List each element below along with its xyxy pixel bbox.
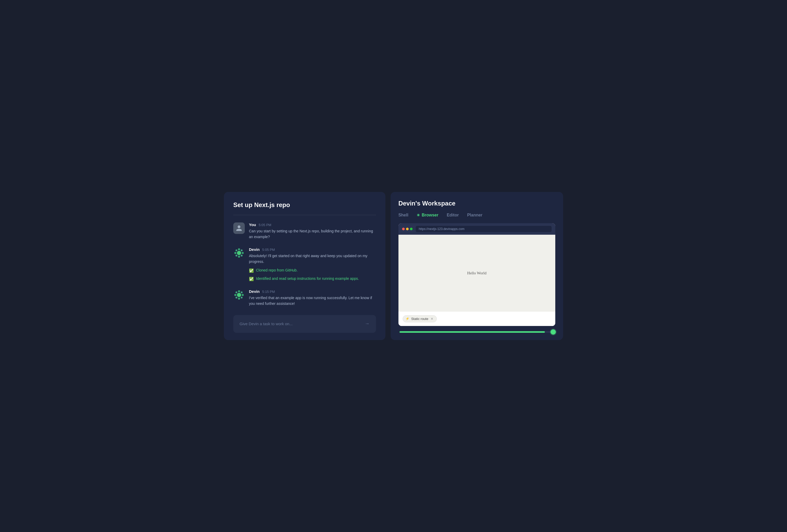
text-devin-2: I've verified that an example app is now…	[249, 295, 376, 306]
app-container: Set up Next.js repo You 5:05 PM Can you …	[224, 192, 563, 340]
right-panel: Devin's Workspace Shell ✳ Browser Editor…	[391, 192, 563, 340]
task-item-1: ✅ Cloned repo from GitHub.	[249, 268, 376, 274]
svg-point-4	[242, 252, 244, 254]
panel-title: Set up Next.js repo	[233, 201, 376, 208]
message-content-devin-2: Devin 5:15 PM I've verified that an exam…	[249, 289, 376, 306]
tab-editor-label: Editor	[447, 213, 459, 218]
browser-dots	[402, 228, 412, 230]
check-icon-1: ✅	[249, 268, 254, 274]
dot-green	[410, 228, 412, 230]
svg-point-12	[234, 294, 236, 296]
task-item-2: ✅ Identified and read setup instructions…	[249, 276, 376, 282]
svg-point-9	[237, 293, 241, 297]
time-devin-2: 5:15 PM	[262, 290, 275, 294]
hello-world-text: Hello World	[467, 271, 486, 275]
text-user: Can you start by setting up the Next.js …	[249, 228, 376, 240]
text-devin-1: Absolutely! I'll get started on that rig…	[249, 253, 376, 264]
message-content-user: You 5:05 PM Can you start by setting up …	[249, 222, 376, 240]
time-user: 5:05 PM	[259, 223, 271, 227]
author-devin-2: Devin	[249, 289, 260, 294]
svg-point-8	[241, 254, 243, 256]
svg-point-14	[236, 292, 237, 293]
svg-point-17	[241, 297, 243, 298]
workspace-title: Devin's Workspace	[399, 200, 555, 207]
static-route-label: Static route	[411, 317, 428, 321]
svg-point-1	[238, 248, 240, 250]
slider-thumb[interactable]	[551, 329, 556, 335]
timeline-slider[interactable]	[399, 331, 555, 333]
tab-shell[interactable]: Shell	[399, 213, 408, 218]
author-devin-1: Devin	[249, 247, 260, 252]
browser-tab-icon: ✳	[417, 213, 420, 217]
workspace-tabs: Shell ✳ Browser Editor Planner	[399, 213, 555, 218]
tab-planner-label: Planner	[467, 213, 483, 218]
browser-window: https://nextjs-123.devinapps.com Hello W…	[399, 223, 555, 326]
messages-list: You 5:05 PM Can you start by setting up …	[233, 222, 376, 306]
browser-footer: ⚡ Static route ✕	[399, 312, 555, 326]
message-header-devin-2: Devin 5:15 PM	[249, 289, 376, 294]
message-content-devin-1: Devin 5:05 PM Absolutely! I'll get start…	[249, 247, 376, 282]
message-devin-1: Devin 5:05 PM Absolutely! I'll get start…	[233, 247, 376, 282]
user-icon	[236, 225, 242, 231]
svg-point-11	[238, 297, 240, 300]
slider-track	[400, 331, 554, 333]
tab-browser-label: Browser	[422, 213, 439, 218]
browser-url-bar[interactable]: https://nextjs-123.devinapps.com	[416, 226, 552, 232]
svg-point-7	[236, 254, 237, 256]
svg-point-16	[236, 297, 237, 298]
slider-fill	[400, 331, 545, 333]
divider	[233, 215, 376, 215]
tab-browser[interactable]: ✳ Browser	[417, 213, 439, 218]
task-list: ✅ Cloned repo from GitHub. ✅ Identified …	[249, 268, 376, 282]
message-user: You 5:05 PM Can you start by setting up …	[233, 222, 376, 240]
tab-planner[interactable]: Planner	[467, 213, 483, 218]
close-route-icon[interactable]: ✕	[430, 317, 433, 321]
send-arrow-icon[interactable]: →	[363, 320, 371, 328]
check-icon-2: ✅	[249, 276, 254, 282]
time-devin-1: 5:05 PM	[262, 248, 275, 252]
left-panel: Set up Next.js repo You 5:05 PM Can you …	[224, 192, 385, 340]
static-route-badge[interactable]: ⚡ Static route ✕	[403, 315, 437, 322]
avatar-devin-1	[233, 247, 245, 259]
dot-red	[402, 228, 405, 230]
task-text-2: Identified and read setup instructions f…	[256, 276, 359, 281]
task-input-area[interactable]: Give Devin a task to work on... →	[233, 315, 376, 333]
avatar-user	[233, 222, 245, 234]
message-header-user: You 5:05 PM	[249, 222, 376, 227]
tab-editor[interactable]: Editor	[447, 213, 459, 218]
devin-logo-icon	[233, 247, 245, 259]
avatar-devin-2	[233, 289, 245, 301]
devin-logo-icon-2	[233, 289, 245, 301]
dot-yellow	[406, 228, 409, 230]
message-header-devin-1: Devin 5:05 PM	[249, 247, 376, 252]
message-devin-2: Devin 5:15 PM I've verified that an exam…	[233, 289, 376, 306]
svg-point-6	[241, 249, 243, 251]
lightning-icon: ⚡	[405, 317, 409, 320]
browser-page-content: Hello World	[399, 235, 555, 311]
svg-point-5	[236, 249, 237, 251]
svg-point-15	[241, 292, 243, 293]
browser-chrome: https://nextjs-123.devinapps.com	[399, 223, 555, 235]
svg-point-13	[242, 294, 244, 296]
author-you: You	[249, 222, 256, 227]
task-input-placeholder: Give Devin a task to work on...	[239, 322, 293, 326]
svg-point-2	[238, 256, 240, 258]
svg-point-3	[234, 252, 236, 254]
tab-shell-label: Shell	[399, 213, 408, 218]
svg-point-0	[237, 251, 241, 255]
svg-point-10	[238, 290, 240, 292]
task-text-1: Cloned repo from GitHub.	[256, 268, 298, 273]
